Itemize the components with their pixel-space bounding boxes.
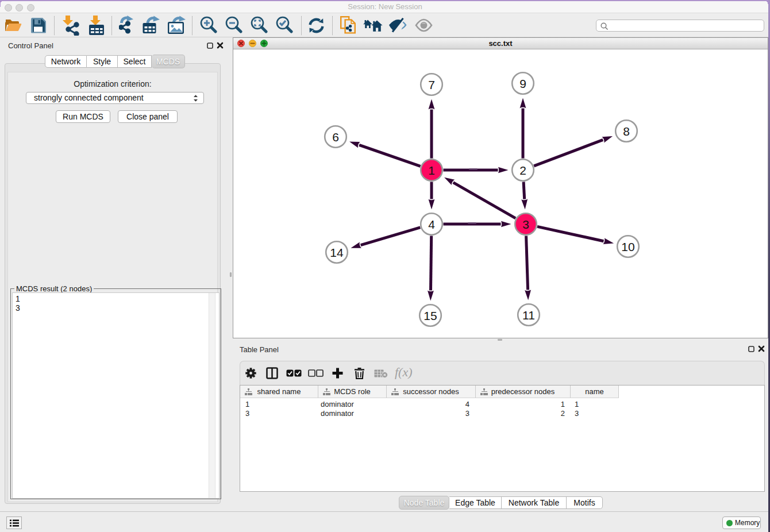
svg-text:10: 10 [621,240,634,253]
svg-text:14: 14 [330,246,344,259]
svg-text:8: 8 [623,125,630,138]
svg-text:2: 2 [519,164,526,177]
svg-text:3: 3 [522,218,529,231]
svg-text:15: 15 [424,309,437,322]
svg-text:11: 11 [522,309,535,322]
svg-text:9: 9 [519,77,526,90]
svg-text:6: 6 [332,130,339,144]
svg-text:4: 4 [428,218,435,231]
svg-text:1: 1 [428,164,435,177]
svg-text:7: 7 [428,78,435,91]
